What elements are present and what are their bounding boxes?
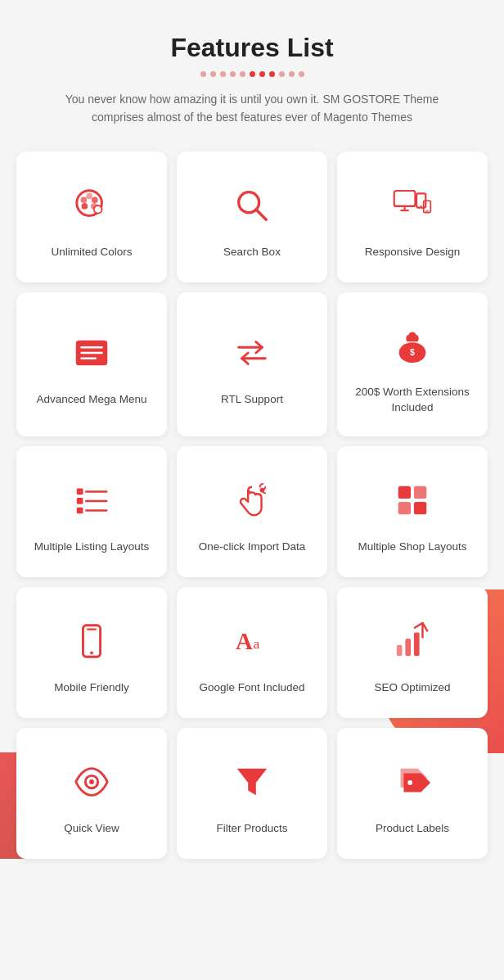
menu-icon (67, 328, 116, 377)
svg-rect-33 (414, 486, 426, 499)
features-grid: Unlimited Colors Search Box (16, 151, 488, 859)
feature-label-rtl-support: RTL Support (221, 392, 283, 408)
svg-point-37 (90, 652, 93, 655)
feature-card-product-labels[interactable]: Product Labels (337, 728, 488, 859)
svg-rect-43 (414, 633, 420, 657)
svg-line-8 (256, 210, 266, 219)
svg-rect-9 (394, 191, 416, 206)
svg-point-31 (260, 488, 265, 493)
dot-9 (279, 71, 285, 77)
feature-card-quick-view[interactable]: Quick View (16, 728, 167, 859)
feature-card-advanced-mega-menu[interactable]: Advanced Mega Menu (16, 292, 167, 436)
svg-rect-34 (398, 502, 411, 514)
feature-card-rtl-support[interactable]: RTL Support (177, 292, 327, 436)
page-subtitle: You never know how amazing it is until y… (39, 90, 465, 127)
feature-card-multiple-listing-layouts[interactable]: Multiple Listing Layouts (16, 446, 167, 577)
svg-rect-41 (397, 645, 403, 656)
rtl-icon (227, 328, 277, 377)
svg-point-14 (421, 205, 422, 207)
dot-7 (259, 71, 265, 77)
feature-card-google-font[interactable]: A a Google Font Included (177, 587, 327, 718)
svg-text:a: a (254, 635, 260, 652)
page-title: Features List (16, 33, 488, 63)
feature-label-product-labels: Product Labels (376, 821, 449, 837)
dot-3 (220, 71, 226, 77)
feature-card-responsive-design[interactable]: Responsive Design (337, 151, 488, 282)
feature-label-responsive-design: Responsive Design (365, 245, 460, 260)
feature-card-seo-optimized[interactable]: SEO Optimized (337, 587, 488, 718)
svg-text:A: A (236, 629, 253, 655)
dot-6 (250, 71, 255, 77)
feature-label-multiple-listing-layouts: Multiple Listing Layouts (34, 540, 149, 555)
feature-label-google-font: Google Font Included (199, 680, 304, 696)
svg-rect-29 (77, 508, 83, 514)
feature-label-mobile-friendly: Mobile Friendly (54, 680, 129, 696)
dot-5 (240, 71, 245, 77)
page-wrapper: Features List You never know how amazing… (0, 0, 504, 892)
feature-label-quick-view: Quick View (64, 821, 119, 837)
grid-icon (388, 476, 437, 525)
eye-icon (67, 757, 116, 806)
font-icon: A a (227, 616, 277, 666)
feature-label-one-click-import: One-click Import Data (199, 540, 306, 555)
svg-point-1 (81, 197, 88, 204)
feature-card-filter-products[interactable]: Filter Products (177, 728, 327, 859)
dots-decoration (16, 71, 488, 77)
feature-label-filter-products: Filter Products (216, 821, 287, 837)
dot-11 (299, 71, 304, 77)
svg-point-3 (92, 197, 98, 204)
filter-icon (227, 757, 277, 806)
feature-label-seo-optimized: SEO Optimized (374, 680, 450, 696)
responsive-icon (388, 181, 437, 230)
feature-card-extensions-included[interactable]: $ 200$ Worth Extensions Included (337, 292, 488, 436)
listing-icon (67, 476, 116, 525)
search-icon (227, 181, 277, 230)
svg-rect-42 (405, 639, 411, 656)
dot-4 (230, 71, 236, 77)
feature-label-unlimited-colors: Unlimited Colors (51, 245, 132, 260)
money-bag-icon: $ (388, 321, 437, 370)
tag-icon (388, 757, 437, 806)
feature-card-one-click-import[interactable]: One-click Import Data (177, 446, 327, 577)
svg-rect-35 (414, 502, 426, 514)
feature-label-search-box: Search Box (223, 245, 281, 260)
chart-icon (388, 616, 437, 666)
svg-rect-25 (77, 489, 83, 495)
feature-card-search-box[interactable]: Search Box (177, 151, 327, 282)
feature-label-multiple-shop-layouts: Multiple Shop Layouts (358, 540, 467, 555)
feature-card-unlimited-colors[interactable]: Unlimited Colors (16, 151, 167, 282)
mobile-icon (67, 616, 116, 666)
dot-8 (269, 71, 275, 77)
svg-point-2 (86, 193, 92, 200)
svg-point-47 (407, 780, 412, 785)
svg-point-6 (94, 205, 102, 214)
svg-rect-32 (398, 486, 411, 499)
svg-point-5 (82, 203, 88, 210)
feature-card-multiple-shop-layouts[interactable]: Multiple Shop Layouts (337, 446, 488, 577)
dot-2 (210, 71, 216, 77)
svg-text:$: $ (410, 347, 415, 357)
palette-icon (67, 181, 116, 230)
dot-1 (200, 71, 206, 77)
dot-10 (289, 71, 295, 77)
feature-label-extensions-included: 200$ Worth Extensions Included (349, 385, 475, 416)
touch-icon (227, 476, 277, 525)
feature-card-mobile-friendly[interactable]: Mobile Friendly (16, 587, 167, 718)
svg-point-46 (89, 779, 94, 784)
feature-label-advanced-mega-menu: Advanced Mega Menu (36, 392, 146, 408)
page-header: Features List You never know how amazing… (16, 33, 488, 127)
svg-rect-27 (77, 498, 83, 504)
